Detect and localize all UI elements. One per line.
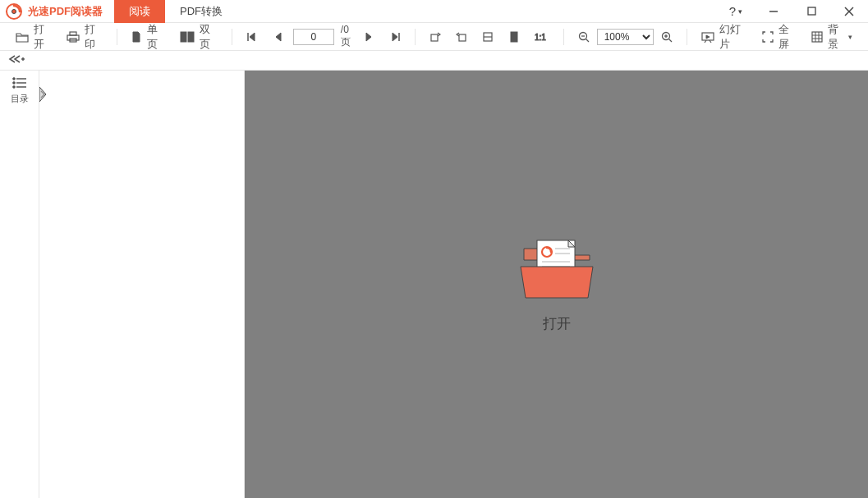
zoom-out-button[interactable] bbox=[573, 27, 595, 47]
svg-text:1:1: 1:1 bbox=[535, 33, 546, 42]
open-button[interactable]: 打开 bbox=[11, 27, 57, 47]
single-page-label: 单页 bbox=[147, 22, 165, 52]
fit-page-button[interactable] bbox=[503, 27, 525, 47]
rotate-left-button[interactable] bbox=[451, 27, 472, 47]
last-page-button[interactable] bbox=[386, 27, 406, 47]
background-icon bbox=[811, 31, 823, 43]
printer-icon bbox=[67, 31, 80, 43]
fit-page-icon bbox=[508, 31, 520, 43]
help-menu-button[interactable]: ?▾ bbox=[717, 0, 755, 22]
svg-line-20 bbox=[586, 39, 589, 42]
slideshow-icon bbox=[701, 31, 714, 43]
single-page-button[interactable]: 单页 bbox=[126, 27, 170, 47]
minimize-button[interactable] bbox=[755, 0, 792, 22]
page-total-label: /0页 bbox=[338, 24, 354, 49]
fullscreen-label: 全屏 bbox=[778, 22, 797, 52]
help-label: ? bbox=[729, 4, 736, 18]
slideshow-button[interactable]: 幻灯片 bbox=[696, 27, 752, 47]
svg-rect-17 bbox=[511, 32, 517, 42]
fullscreen-button[interactable]: 全屏 bbox=[757, 27, 801, 47]
background-label: 背景 bbox=[828, 22, 845, 52]
svg-point-35 bbox=[12, 78, 15, 80]
svg-rect-29 bbox=[812, 32, 822, 42]
fit-width-icon bbox=[482, 31, 494, 43]
open-file-label: 打开 bbox=[517, 314, 596, 333]
last-page-icon bbox=[391, 32, 401, 42]
left-panel bbox=[48, 71, 245, 498]
toolbar: 打开 打印 单页 双页 /0页 bbox=[0, 23, 868, 51]
rotate-left-icon bbox=[456, 31, 467, 43]
document-viewer: 打开 bbox=[245, 71, 868, 498]
close-button[interactable] bbox=[830, 0, 868, 22]
collapse-arrow-icon bbox=[8, 54, 26, 64]
rotate-right-button[interactable] bbox=[425, 27, 446, 47]
minimize-icon bbox=[769, 7, 778, 16]
sidebar-expand-handle[interactable] bbox=[39, 71, 48, 498]
double-page-icon bbox=[180, 31, 195, 43]
actual-size-button[interactable]: 1:1 bbox=[530, 27, 554, 47]
window-controls: ?▾ bbox=[717, 0, 868, 22]
secondary-bar bbox=[0, 51, 868, 71]
sidebar-item-toc[interactable]: 目录 bbox=[0, 71, 39, 110]
print-label: 打印 bbox=[85, 22, 103, 52]
double-page-button[interactable]: 双页 bbox=[175, 27, 223, 47]
title-left: 光速PDF阅读器 bbox=[0, 0, 114, 22]
background-button[interactable]: 背景 ▾ bbox=[806, 27, 857, 47]
print-button[interactable]: 打印 bbox=[62, 27, 108, 47]
folder-open-icon bbox=[16, 31, 29, 43]
svg-point-37 bbox=[12, 82, 15, 85]
close-icon bbox=[844, 7, 854, 16]
open-file-placeholder[interactable]: 打开 bbox=[517, 235, 596, 333]
maximize-icon bbox=[807, 7, 816, 16]
svg-line-23 bbox=[669, 39, 673, 42]
svg-point-1 bbox=[12, 9, 16, 13]
separator bbox=[687, 29, 687, 45]
zoom-in-button[interactable] bbox=[656, 27, 677, 47]
first-page-icon bbox=[246, 32, 256, 42]
svg-rect-14 bbox=[459, 34, 466, 41]
svg-rect-7 bbox=[67, 35, 79, 40]
separator bbox=[415, 29, 416, 45]
first-page-button[interactable] bbox=[241, 27, 261, 47]
open-label: 打开 bbox=[34, 22, 52, 52]
double-page-label: 双页 bbox=[200, 22, 218, 52]
zoom-in-icon bbox=[661, 31, 673, 43]
separator bbox=[117, 29, 117, 45]
app-title: 光速PDF阅读器 bbox=[28, 4, 114, 19]
maximize-button[interactable] bbox=[792, 0, 830, 22]
prev-page-button[interactable] bbox=[269, 27, 287, 47]
page-number-input[interactable] bbox=[293, 29, 334, 45]
sidebar: 目录 bbox=[0, 71, 39, 498]
prev-page-icon bbox=[274, 32, 282, 42]
zoom-select[interactable]: 100% bbox=[597, 29, 654, 45]
main-tabs: 阅读 PDF转换 bbox=[114, 0, 237, 22]
tab-convert[interactable]: PDF转换 bbox=[165, 0, 237, 23]
next-page-icon bbox=[365, 32, 373, 42]
svg-rect-13 bbox=[431, 34, 438, 41]
open-folder-icon bbox=[517, 235, 596, 301]
page-navigation: /0页 bbox=[239, 24, 408, 49]
tab-read[interactable]: 阅读 bbox=[114, 0, 165, 23]
separator bbox=[563, 29, 564, 45]
slideshow-label: 幻灯片 bbox=[719, 22, 747, 52]
svg-rect-10 bbox=[188, 32, 194, 42]
single-page-icon bbox=[131, 31, 142, 43]
title-bar: 光速PDF阅读器 阅读 PDF转换 ?▾ bbox=[0, 0, 868, 23]
chevron-down-icon: ▾ bbox=[848, 33, 852, 41]
zoom-out-icon bbox=[578, 31, 590, 43]
rotate-right-icon bbox=[429, 31, 441, 43]
app-logo-icon bbox=[5, 2, 23, 21]
next-page-button[interactable] bbox=[360, 27, 378, 47]
toc-icon bbox=[12, 79, 27, 91]
svg-point-34 bbox=[22, 58, 25, 61]
sidebar-item-label: 目录 bbox=[0, 93, 39, 105]
main-area: 目录 打开 bbox=[0, 71, 868, 498]
svg-rect-3 bbox=[808, 7, 815, 15]
actual-size-icon: 1:1 bbox=[535, 31, 549, 43]
svg-rect-9 bbox=[181, 32, 186, 42]
chevron-down-icon: ▾ bbox=[738, 7, 742, 16]
separator bbox=[232, 29, 232, 45]
fit-width-button[interactable] bbox=[477, 27, 498, 47]
chevron-right-icon bbox=[39, 87, 48, 102]
collapse-toolbar-button[interactable] bbox=[8, 54, 26, 66]
